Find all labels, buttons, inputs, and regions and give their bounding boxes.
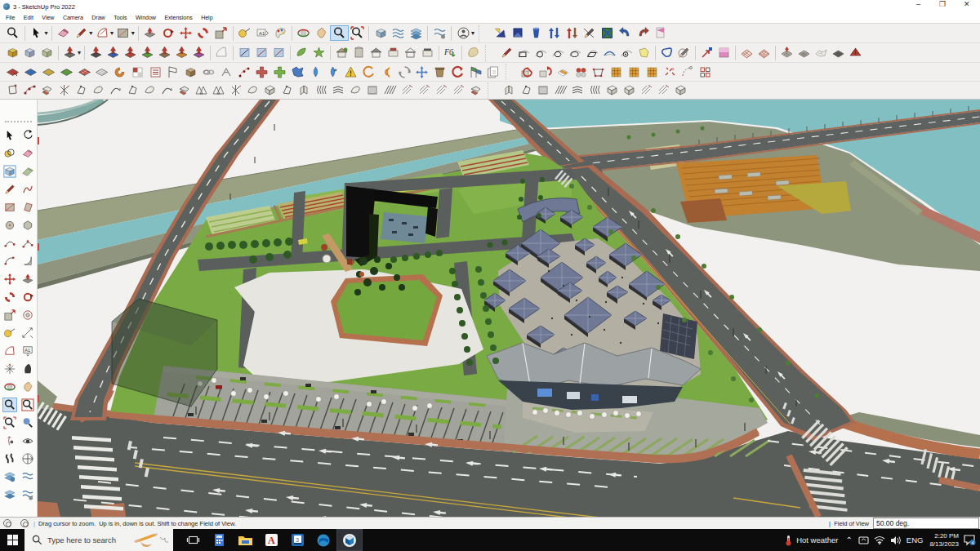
svg-text:A: A [268, 535, 275, 546]
svg-text:A1: A1 [259, 31, 265, 36]
svg-text:#: # [334, 68, 337, 73]
svg-text:A1: A1 [24, 348, 30, 353]
svg-text:3: 3 [296, 537, 299, 543]
svg-text:x: x [672, 66, 675, 71]
svg-text:4: 4 [972, 540, 974, 545]
